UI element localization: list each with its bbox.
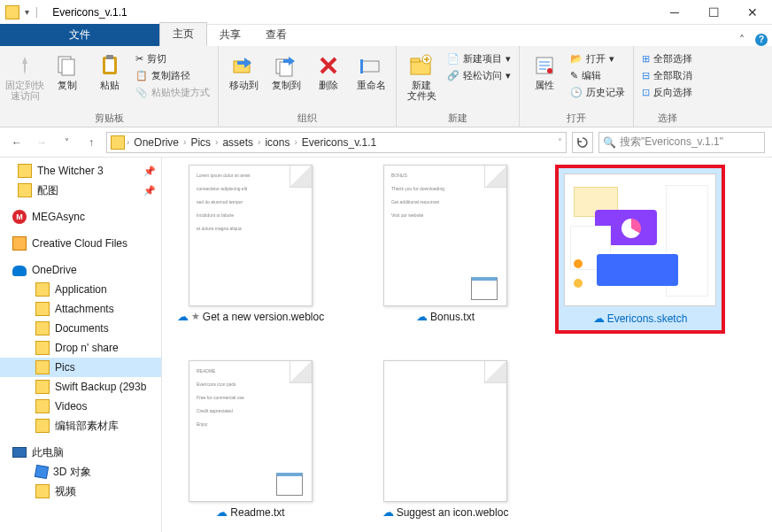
pasteshortcut-button[interactable]: 📎粘贴快捷方式 [133,85,212,100]
file-getnewversion[interactable]: Lorem ipsum dolor sit ametconsectetur ad… [171,165,330,334]
selectall-icon: ⊞ [642,53,650,65]
pin-quickaccess-button[interactable]: 固定到快 速访问 [5,48,44,101]
tree-application[interactable]: Application [0,280,161,299]
newfolder-button[interactable]: 新建 文件夹 [402,48,441,101]
group-organize: 移动到 复制到 删除 重命名 组织 [219,46,397,127]
pin-icon [12,53,37,78]
moveto-button[interactable]: 移动到 [224,48,263,90]
svg-rect-4 [106,55,113,59]
easyaccess-icon: 🔗 [447,70,459,81]
paste-button[interactable]: 粘贴 [90,48,129,90]
tab-view[interactable]: 查看 [253,24,299,46]
tab-file[interactable]: 文件 [0,24,159,46]
svg-rect-9 [360,59,363,73]
addr-dropdown-icon[interactable]: ˅ [558,137,562,147]
group-select: ⊞全部选择 ⊟全部取消 ⊡反向选择 选择 [634,46,700,127]
qat-dropdown-icon[interactable]: ▾ [25,7,29,17]
delete-icon [316,53,341,78]
edit-button[interactable]: ✎编辑 [567,68,628,83]
star-icon: ★ [191,311,200,322]
cube-icon [35,465,49,479]
crumb-onedrive[interactable]: OneDrive [131,136,181,149]
tree-megasync[interactable]: MMEGAsync [0,207,161,227]
monitor-icon [12,447,27,458]
tree-thispc[interactable]: 此电脑 [0,443,161,462]
copypath-button[interactable]: 📋复制路径 [133,68,212,83]
selectnone-button[interactable]: ⊟全部取消 [639,68,695,83]
open-button[interactable]: 📂打开 ▾ [567,51,628,66]
history-button[interactable]: 🕒历史记录 [567,85,628,100]
cloud-icon: ☁ [593,312,605,325]
cloud-icon: ☁ [177,310,189,323]
newfolder-icon [409,53,434,78]
crumb-icons[interactable]: icons [262,136,292,149]
titlebar: ▾ │ Evericons_v.1.1 ─ ☐ ✕ [0,0,772,25]
selectall-button[interactable]: ⊞全部选择 [639,51,695,66]
minimize-button[interactable]: ─ [655,0,694,25]
tree-videos[interactable]: Videos [0,397,161,416]
newitem-button[interactable]: 📄新建项目 ▾ [444,51,513,66]
open-icon: 📂 [570,53,583,65]
tree-shipin[interactable]: 视频 [0,482,161,501]
tree-onedrive[interactable]: OneDrive [0,260,161,280]
group-open: 属性 📂打开 ▾ ✎编辑 🕒历史记录 打开 [520,46,634,127]
file-suggest[interactable]: ☁Suggest an icon.webloc [366,360,525,519]
nav-tree: The Witcher 3📌 配图📌 MMEGAsync Creative Cl… [0,158,162,532]
notepad-icon [274,464,306,496]
svg-rect-1 [62,59,74,75]
tree-peitu[interactable]: 配图📌 [0,181,161,200]
pin-icon: 📌 [143,185,156,197]
maximize-button[interactable]: ☐ [694,0,733,25]
close-button[interactable]: ✕ [733,0,772,25]
tree-pics[interactable]: Pics [0,358,161,377]
tree-swift[interactable]: Swift Backup (293b [0,377,161,397]
group-new: 新建 文件夹 📄新建项目 ▾ 🔗轻松访问 ▾ 新建 [397,46,520,127]
help-button[interactable]: ? [751,33,772,46]
up-button[interactable]: ↑ [81,133,101,152]
delete-button[interactable]: 删除 [309,48,348,90]
refresh-button[interactable] [572,132,593,153]
easyaccess-button[interactable]: 🔗轻松访问 ▾ [444,68,513,83]
svg-point-14 [547,68,552,73]
cloud-icon: ☁ [382,505,394,519]
tree-documents[interactable]: Documents [0,319,161,338]
ribbon-collapse-icon[interactable]: ˄ [733,34,751,46]
tree-3dobjects[interactable]: 3D 对象 [0,462,161,482]
invertsel-button[interactable]: ⊡反向选择 [639,85,695,100]
tree-witcher[interactable]: The Witcher 3📌 [0,161,161,181]
shortcut-icon: 📎 [135,87,148,98]
navbar: ← → ˅ ↑ › OneDrive› Pics› assets› icons›… [0,127,772,158]
cloud-icon: ☁ [216,505,228,519]
recent-dropdown[interactable]: ˅ [57,133,76,152]
crumb-assets[interactable]: assets [220,136,256,149]
file-list: Lorem ipsum dolor sit ametconsectetur ad… [162,158,772,532]
selectnone-icon: ⊟ [642,70,650,81]
crumb-current[interactable]: Evericons_v.1.1 [299,136,380,149]
file-readme[interactable]: READMEEvericons icon packFree for commer… [171,360,330,519]
rename-button[interactable]: 重命名 [351,48,390,90]
ribbon: 固定到快 速访问 复制 粘贴 ✂剪切 📋复制路径 📎粘贴快捷方式 剪贴板 移动到 [0,46,772,127]
tree-attachments[interactable]: Attachments [0,299,161,319]
cut-button[interactable]: ✂剪切 [133,51,212,66]
copy-button[interactable]: 复制 [48,48,87,90]
copyto-button[interactable]: 复制到 [266,48,305,90]
invert-icon: ⊡ [642,87,650,98]
crumb-pics[interactable]: Pics [188,136,213,149]
tab-home[interactable]: 主页 [159,22,207,46]
copy-icon [55,53,80,78]
search-input[interactable]: 🔍 搜索"Evericons_v.1.1" [598,132,765,153]
tab-share[interactable]: 共享 [207,24,253,46]
address-bar[interactable]: › OneDrive› Pics› assets› icons› Everico… [106,132,567,153]
file-bonus[interactable]: BONUSThank you for downloadingGet additi… [366,165,525,334]
cloud-icon: ☁ [416,310,428,323]
properties-button[interactable]: 属性 [525,48,564,90]
tree-dropshare[interactable]: Drop n' share [0,338,161,358]
svg-rect-3 [105,59,114,72]
back-button[interactable]: ← [7,133,27,152]
group-clipboard: 固定到快 速访问 复制 粘贴 ✂剪切 📋复制路径 📎粘贴快捷方式 剪贴板 [0,46,219,127]
tree-bianji[interactable]: 编辑部素材库 [0,416,161,436]
onedrive-icon [12,266,27,276]
forward-button[interactable]: → [32,133,51,152]
tree-ccf[interactable]: Creative Cloud Files [0,234,161,253]
file-evericons-sketch[interactable]: ☁Evericons.sketch [560,165,720,334]
